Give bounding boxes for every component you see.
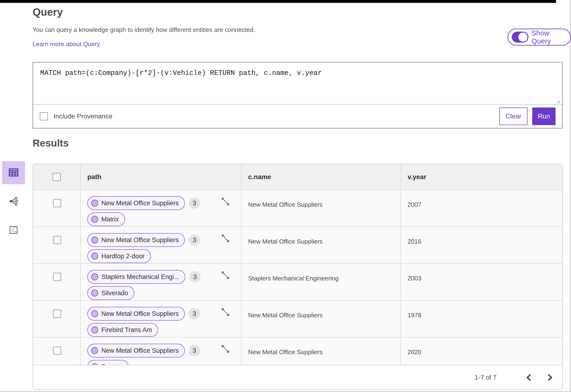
page-description: You can query a knowledge graph to ident… — [33, 26, 255, 34]
path-end-node-pill[interactable]: Ranger — [87, 360, 129, 365]
node-label: New Metal Office Suppliers — [101, 347, 179, 354]
vyear-cell: 2003 — [400, 264, 562, 300]
node-label: Ranger — [101, 363, 123, 365]
table-row: New Metal Office Suppliers 3 Hardtop 2-d… — [33, 226, 562, 263]
results-table: path c.name v.year New Metal Office Supp… — [33, 164, 563, 390]
table-header-row: path c.name v.year — [33, 164, 562, 190]
vyear-cell: 1978 — [400, 301, 562, 337]
query-editor-panel: MATCH path=(c:Company)-[r*2]-(v:Vehicle)… — [33, 62, 563, 128]
run-button[interactable]: Run — [532, 108, 556, 125]
network-graph-icon — [8, 196, 19, 208]
query-actions-bar: Include Provenance Clear Run — [33, 105, 562, 128]
pagination-range: 1-7 of 7 — [475, 374, 497, 381]
node-dot-icon — [91, 363, 98, 365]
vyear-cell: 2016 — [400, 227, 562, 263]
include-provenance-label: Include Provenance — [54, 112, 113, 120]
node-dot-icon — [91, 216, 98, 223]
path-start-node-pill[interactable]: Staplers Mechanical Engi... — [87, 270, 185, 284]
include-provenance-checkbox[interactable] — [40, 112, 48, 120]
cname-cell: New Metal Office Suppliers — [241, 227, 400, 263]
route-map-icon — [9, 225, 19, 236]
node-dot-icon — [91, 252, 98, 260]
window-right-edge — [570, 0, 571, 392]
next-page-button[interactable] — [545, 372, 555, 383]
expand-path-icon[interactable]: ↖↘ — [221, 307, 232, 318]
window-top-edge — [0, 0, 556, 3]
table-row: Staplers Mechanical Engi... 3 Silverado … — [33, 263, 562, 300]
vyear-cell: 2020 — [400, 337, 562, 365]
network-view-button[interactable] — [2, 190, 25, 213]
toggle-knob — [518, 33, 528, 42]
edge-count-badge: 3 — [189, 308, 200, 320]
edge-count-badge: 3 — [189, 271, 200, 283]
expand-path-icon[interactable]: ↖↘ — [221, 270, 232, 281]
table-icon — [8, 167, 19, 179]
query-page: Query You can query a knowledge graph to… — [0, 0, 571, 392]
page-title: Query — [33, 6, 63, 18]
path-start-node-pill[interactable]: New Metal Office Suppliers — [87, 196, 185, 210]
node-dot-icon — [91, 237, 98, 244]
node-label: Firebird Trans Am — [101, 326, 152, 334]
row-checkbox[interactable] — [53, 310, 61, 318]
clear-button[interactable]: Clear — [500, 108, 528, 125]
node-label: Silverado — [101, 290, 128, 297]
path-start-node-pill[interactable]: New Metal Office Suppliers — [87, 233, 185, 247]
path-start-node-pill[interactable]: New Metal Office Suppliers — [87, 344, 185, 358]
previous-page-button[interactable] — [524, 372, 534, 383]
cname-cell: New Metal Office Suppliers — [241, 301, 400, 337]
node-label: Hardtop 2-door — [101, 252, 145, 260]
column-header-path: path — [80, 164, 241, 190]
column-header-cname: c.name — [241, 164, 400, 190]
node-label: New Metal Office Suppliers — [101, 200, 179, 207]
results-view-switcher — [2, 161, 25, 242]
expand-path-icon[interactable]: ↖↘ — [221, 344, 232, 355]
node-label: Staplers Mechanical Engi... — [101, 273, 179, 281]
path-end-node-pill[interactable]: Matrix — [87, 212, 125, 226]
cname-cell: New Metal Office Suppliers — [241, 190, 400, 226]
node-dot-icon — [91, 310, 98, 317]
table-footer: 1-7 of 7 — [33, 365, 562, 390]
edge-count-badge: 3 — [189, 345, 200, 356]
path-end-node-pill[interactable]: Silverado — [87, 286, 134, 300]
select-all-checkbox[interactable] — [53, 173, 61, 181]
node-dot-icon — [91, 273, 98, 280]
expand-path-icon[interactable]: ↖↘ — [221, 233, 232, 244]
node-label: New Metal Office Suppliers — [101, 310, 179, 318]
path-end-node-pill[interactable]: Firebird Trans Am — [87, 323, 158, 337]
row-checkbox[interactable] — [53, 236, 61, 244]
row-checkbox[interactable] — [53, 199, 61, 207]
node-dot-icon — [91, 347, 98, 354]
edge-count-badge: 3 — [189, 197, 200, 209]
cname-cell: New Metal Office Suppliers — [241, 337, 400, 365]
table-view-button[interactable] — [2, 161, 25, 184]
show-query-label: Show Query — [531, 29, 564, 45]
node-label: Matrix — [101, 216, 119, 223]
cname-cell: Staplers Mechanical Engineering — [241, 264, 400, 300]
learn-more-link[interactable]: Learn more about Query — [33, 41, 100, 48]
resize-handle-icon[interactable] — [555, 98, 561, 104]
expand-path-icon[interactable]: ↖↘ — [221, 196, 232, 207]
path-end-node-pill[interactable]: Hardtop 2-door — [87, 249, 151, 263]
row-checkbox[interactable] — [53, 347, 61, 355]
show-query-toggle[interactable]: Show Query — [507, 28, 571, 46]
table-row: New Metal Office Suppliers 3 Ranger ↖↘ N… — [33, 337, 562, 365]
table-row: New Metal Office Suppliers 3 Firebird Tr… — [33, 300, 562, 337]
table-row: New Metal Office Suppliers 3 Matrix ↖↘ N… — [33, 190, 562, 226]
toggle-switch-icon[interactable] — [512, 32, 528, 42]
node-dot-icon — [91, 290, 98, 297]
node-dot-icon — [91, 200, 98, 207]
map-view-button[interactable] — [2, 219, 25, 242]
node-label: New Metal Office Suppliers — [101, 237, 179, 244]
query-input[interactable]: MATCH path=(c:Company)-[r*2]-(v:Vehicle)… — [33, 63, 562, 104]
column-header-vyear: v.year — [400, 164, 562, 190]
edge-count-badge: 3 — [189, 234, 200, 246]
row-checkbox[interactable] — [53, 273, 61, 281]
vyear-cell: 2007 — [400, 190, 562, 226]
path-start-node-pill[interactable]: New Metal Office Suppliers — [87, 307, 185, 321]
node-dot-icon — [91, 326, 98, 334]
results-heading: Results — [33, 138, 69, 149]
